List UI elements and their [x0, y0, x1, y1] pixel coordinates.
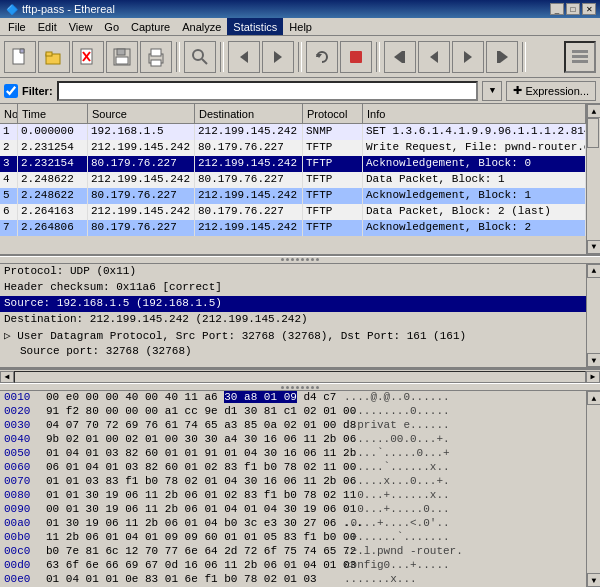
hex-bytes: b0 7e 81 6c 12 70 77 6e 64 2d 72 6f 75 7… — [46, 545, 336, 559]
hex-ascii: ....@.@..0...... — [344, 391, 450, 405]
col-header-source[interactable]: Source — [88, 104, 195, 123]
cell-dest: 212.199.145.242 — [195, 220, 303, 236]
toolbar-go-last-btn[interactable] — [486, 41, 518, 73]
hex-ascii: config0...+..... — [344, 559, 450, 573]
detail-h-scroll[interactable]: ◀ ▶ — [0, 369, 600, 383]
hex-ascii: .0...+....<.0'.. — [344, 517, 450, 531]
menu-file[interactable]: File — [2, 18, 32, 35]
h-scroll-right[interactable]: ▶ — [586, 371, 600, 383]
maximize-button[interactable]: □ — [566, 3, 580, 15]
packet-row[interactable]: 6 2.264163 212.199.145.242 80.179.76.227… — [0, 204, 586, 220]
toolbar-go-prev-btn[interactable] — [418, 41, 450, 73]
menu-analyze[interactable]: Analyze — [176, 18, 227, 35]
col-header-info[interactable]: Info — [363, 104, 586, 123]
filter-input[interactable] — [57, 81, 479, 101]
hex-bytes: 06 01 04 01 03 82 60 01 02 83 f1 b0 78 0… — [46, 461, 336, 475]
svg-rect-2 — [46, 52, 52, 56]
scroll-thumb[interactable] — [587, 118, 599, 148]
svg-marker-22 — [500, 51, 508, 63]
toolbar-save-btn[interactable] — [106, 41, 138, 73]
toolbar-print-btn[interactable] — [140, 41, 172, 73]
packet-list-header: No. Time Source Destination Protocol Inf… — [0, 104, 586, 124]
packet-row[interactable]: 3 2.232154 80.179.76.227 212.199.145.242… — [0, 156, 586, 172]
col-header-protocol[interactable]: Protocol — [303, 104, 363, 123]
scroll-up-btn[interactable]: ▲ — [587, 104, 600, 118]
cell-info: Acknowledgement, Block: 2 — [363, 220, 586, 236]
toolbar-refresh-btn[interactable] — [306, 41, 338, 73]
toolbar — [0, 36, 600, 78]
toolbar-go-first-btn[interactable] — [384, 41, 416, 73]
hex-bytes: 00 01 30 19 06 11 2b 06 01 04 01 04 30 1… — [46, 503, 336, 517]
app-icon: 🔷 — [6, 4, 18, 15]
col-header-time[interactable]: Time — [18, 104, 88, 123]
hex-bytes: 00 e0 00 00 40 00 40 11 a6 30 a8 01 09 d… — [46, 391, 336, 405]
packet-list-scrollbar[interactable]: ▲ ▼ — [586, 104, 600, 254]
h-scroll-bar[interactable] — [14, 371, 586, 383]
menu-statistics[interactable]: Statistics — [227, 18, 283, 35]
cell-time: 2.231254 — [18, 140, 88, 156]
minimize-button[interactable]: _ — [550, 3, 564, 15]
cell-no: 6 — [0, 204, 18, 220]
toolbar-go-next-btn[interactable] — [452, 41, 484, 73]
menu-help[interactable]: Help — [283, 18, 318, 35]
svg-marker-15 — [274, 51, 282, 63]
cell-no: 1 — [0, 124, 18, 140]
menu-edit[interactable]: Edit — [32, 18, 63, 35]
packet-row[interactable]: 5 2.248622 80.179.76.227 212.199.145.242… — [0, 188, 586, 204]
cell-dest: 80.179.76.227 — [195, 172, 303, 188]
toolbar-sep-2 — [220, 42, 224, 72]
filter-dropdown-btn[interactable]: ▼ — [482, 81, 502, 101]
packet-row[interactable]: 1 0.000000 192.168.1.5 212.199.145.242 S… — [0, 124, 586, 140]
toolbar-open-btn[interactable] — [38, 41, 70, 73]
toolbar-new-btn[interactable] — [4, 41, 36, 73]
cell-proto: TFTP — [303, 172, 363, 188]
toolbar-stop-btn[interactable] — [340, 41, 372, 73]
resize-handle-1[interactable] — [0, 256, 600, 264]
svg-rect-10 — [151, 49, 161, 56]
detail-row[interactable]: Header checksum: 0x11a6 [correct] — [0, 280, 586, 296]
scroll-down-btn[interactable]: ▼ — [587, 240, 600, 254]
hex-scroll-up[interactable]: ▲ — [587, 391, 600, 405]
packet-row[interactable]: 4 2.248622 212.199.145.242 80.179.76.227… — [0, 172, 586, 188]
cell-source: 80.179.76.227 — [88, 188, 195, 204]
close-button[interactable]: ✕ — [582, 3, 596, 15]
cell-source: 212.199.145.242 — [88, 204, 195, 220]
hex-offset: 00a0 — [4, 517, 38, 531]
toolbar-forward-btn[interactable] — [262, 41, 294, 73]
toolbar-close-btn[interactable] — [72, 41, 104, 73]
svg-rect-23 — [497, 51, 500, 63]
hex-offset: 0080 — [4, 489, 38, 503]
resize-handle-2[interactable] — [0, 383, 600, 391]
toolbar-find-btn[interactable] — [184, 41, 216, 73]
packet-row[interactable]: 2 2.231254 212.199.145.242 80.179.76.227… — [0, 140, 586, 156]
cell-info: Data Packet, Block: 2 (last) — [363, 204, 586, 220]
toolbar-details-btn[interactable] — [564, 41, 596, 73]
detail-row[interactable]: Source: 192.168.1.5 (192.168.1.5) — [0, 296, 586, 312]
detail-scroll-down[interactable]: ▼ — [587, 353, 600, 367]
menu-go[interactable]: Go — [98, 18, 125, 35]
detail-row[interactable]: Source port: 32768 (32768) — [0, 344, 586, 360]
h-scroll-left[interactable]: ◀ — [0, 371, 14, 383]
detail-row[interactable]: Protocol: UDP (0x11) — [0, 264, 586, 280]
details-scrollbar[interactable]: ▲ ▼ — [586, 264, 600, 368]
filter-checkbox[interactable] — [4, 84, 18, 98]
expression-button[interactable]: ✚ Expression... — [506, 81, 596, 101]
hex-rows: 0010 00 e0 00 00 40 00 40 11 a6 30 a8 01… — [0, 391, 586, 587]
hex-scrollbar[interactable]: ▲ ▼ — [586, 391, 600, 587]
hex-dump: 0010 00 e0 00 00 40 00 40 11 a6 30 a8 01… — [0, 391, 586, 587]
cell-dest: 80.179.76.227 — [195, 140, 303, 156]
menu-view[interactable]: View — [63, 18, 99, 35]
handle-dots-2 — [281, 386, 319, 389]
packet-row[interactable]: 7 2.264806 80.179.76.227 212.199.145.242… — [0, 220, 586, 236]
cell-proto: TFTP — [303, 188, 363, 204]
toolbar-back-btn[interactable] — [228, 41, 260, 73]
detail-scroll-up[interactable]: ▲ — [587, 264, 600, 278]
toolbar-sep-4 — [376, 42, 380, 72]
detail-rows: Protocol: UDP (0x11) Header checksum: 0x… — [0, 264, 586, 360]
hex-scroll-down[interactable]: ▼ — [587, 573, 600, 587]
col-header-destination[interactable]: Destination — [195, 104, 303, 123]
detail-row[interactable]: ▷ User Datagram Protocol, Src Port: 3276… — [0, 328, 586, 344]
detail-row[interactable]: Destination: 212.199.145.242 (212.199.14… — [0, 312, 586, 328]
col-header-no[interactable]: No. — [0, 104, 18, 123]
menu-capture[interactable]: Capture — [125, 18, 176, 35]
